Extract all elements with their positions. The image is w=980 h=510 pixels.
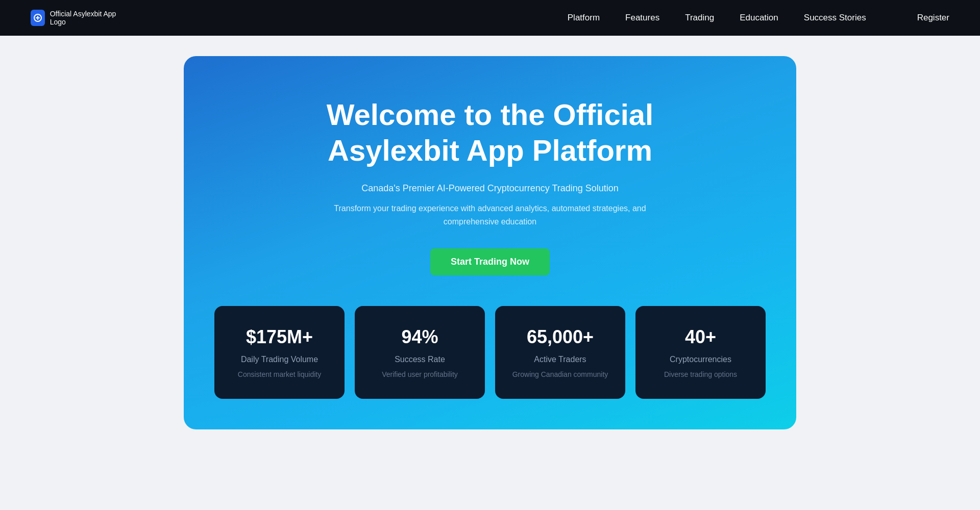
nav-item-success-stories[interactable]: Success Stories — [804, 13, 866, 23]
stat-card-active-traders: 65,000+ Active Traders Growing Canadian … — [495, 306, 625, 399]
main-content: Welcome to the Official Asylexbit App Pl… — [0, 0, 980, 510]
nav-item-education[interactable]: Education — [740, 13, 778, 23]
stat-value-cryptocurrencies: 40+ — [685, 326, 716, 348]
stat-desc-trading-volume: Consistent market liquidity — [238, 370, 321, 378]
stat-desc-cryptocurrencies: Diverse trading options — [664, 370, 737, 378]
logo-icon — [31, 10, 45, 26]
nav-item-platform[interactable]: Platform — [568, 13, 600, 23]
stat-card-trading-volume: $175M+ Daily Trading Volume Consistent m… — [214, 306, 345, 399]
logo-container: Official Asylexbit App Logo — [31, 8, 122, 28]
stat-value-active-traders: 65,000+ — [527, 326, 594, 348]
nav-item-register[interactable]: Register — [892, 13, 949, 23]
stat-label-active-traders: Active Traders — [534, 355, 586, 364]
stat-desc-active-traders: Growing Canadian community — [512, 370, 608, 378]
stat-label-trading-volume: Daily Trading Volume — [241, 355, 318, 364]
stat-label-cryptocurrencies: Cryptocurrencies — [670, 355, 731, 364]
stats-grid: $175M+ Daily Trading Volume Consistent m… — [214, 306, 766, 399]
logo-text: Official Asylexbit App Logo — [50, 10, 122, 26]
stat-desc-success-rate: Verified user profitability — [382, 370, 458, 378]
nav-item-features[interactable]: Features — [625, 13, 659, 23]
stat-value-trading-volume: $175M+ — [246, 326, 313, 348]
hero-description: Transform your trading experience with a… — [306, 202, 674, 228]
stat-card-cryptocurrencies: 40+ Cryptocurrencies Diverse trading opt… — [635, 306, 766, 399]
logo: Official Asylexbit App Logo — [31, 8, 122, 28]
stat-value-success-rate: 94% — [401, 326, 438, 348]
nav-menu: Platform Features Trading Education Succ… — [568, 13, 949, 23]
stat-card-success-rate: 94% Success Rate Verified user profitabi… — [355, 306, 485, 399]
stat-label-success-rate: Success Rate — [395, 355, 445, 364]
navbar: Official Asylexbit App Logo Platform Fea… — [0, 0, 980, 36]
hero-subtitle: Canada's Premier AI-Powered Cryptocurren… — [361, 183, 619, 194]
start-trading-button[interactable]: Start Trading Now — [430, 248, 550, 275]
hero-title: Welcome to the Official Asylexbit App Pl… — [260, 97, 720, 168]
hero-card: Welcome to the Official Asylexbit App Pl… — [184, 56, 796, 429]
nav-item-trading[interactable]: Trading — [685, 13, 714, 23]
